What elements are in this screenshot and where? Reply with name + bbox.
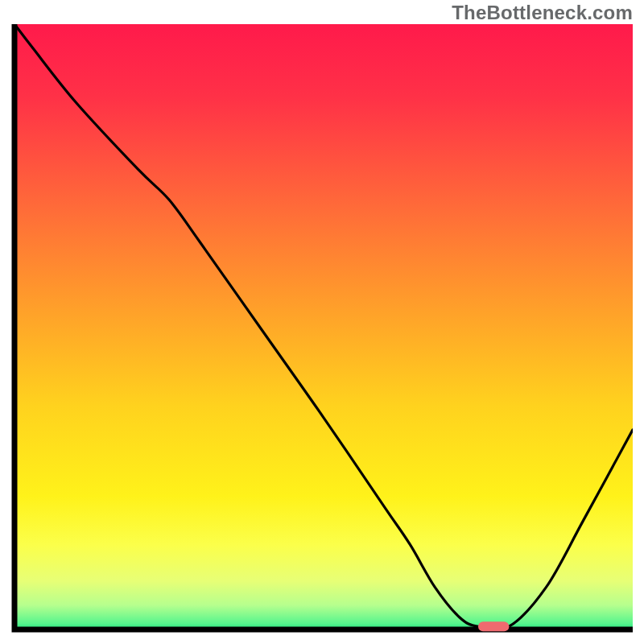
chart-svg [11, 24, 633, 633]
gradient-fill [14, 24, 633, 630]
optimum-marker [478, 621, 509, 631]
bottleneck-chart [11, 24, 633, 633]
watermark-credit: TheBottleneck.com [452, 2, 633, 24]
